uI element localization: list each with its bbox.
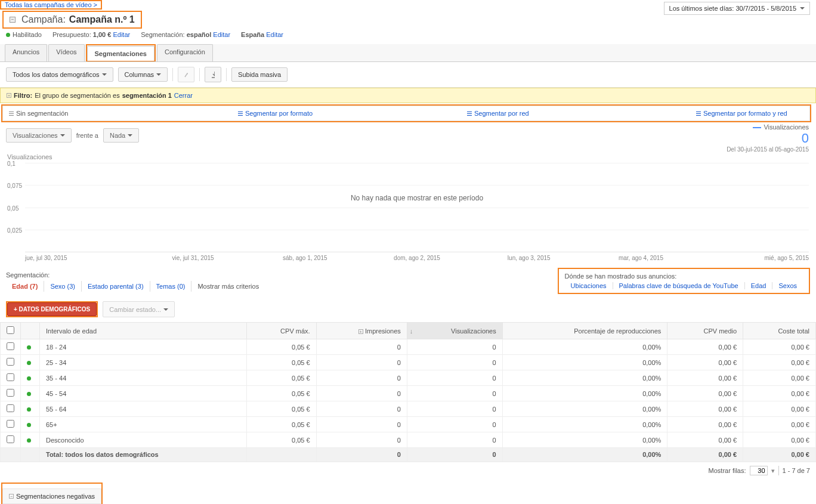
segment-format[interactable]: Segmentar por formato bbox=[238, 110, 467, 117]
row-views: 0 bbox=[407, 401, 502, 417]
breadcrumb[interactable]: Todas las campañas de vídeo > bbox=[1, 0, 101, 10]
date-range-picker[interactable]: Los últimos siete días: 30/7/2015 - 5/8/… bbox=[664, 2, 810, 15]
tab-videos[interactable]: Vídeos bbox=[48, 44, 84, 61]
row-cost: 0,00 € bbox=[743, 355, 816, 370]
row-checkbox[interactable] bbox=[7, 358, 14, 366]
row-checkbox[interactable] bbox=[7, 373, 14, 381]
status-dot-icon bbox=[27, 407, 31, 412]
row-pct: 0,00% bbox=[502, 432, 667, 448]
change-state-dropdown[interactable]: Cambiar estado... bbox=[103, 301, 175, 317]
negative-targeting-header[interactable]: − Segmentaciones negativas bbox=[2, 488, 101, 504]
download-button[interactable] bbox=[205, 67, 221, 82]
row-pct: 0,00% bbox=[502, 339, 667, 355]
compare-dropdown[interactable]: Nada bbox=[103, 128, 139, 143]
link-keywords[interactable]: Palabras clave de búsqueda de YouTube bbox=[613, 282, 745, 289]
row-checkbox[interactable] bbox=[7, 435, 14, 443]
segment-network[interactable]: Segmentar por red bbox=[467, 110, 696, 117]
col-total-cost[interactable]: Coste total bbox=[743, 323, 816, 339]
link-sexos[interactable]: Sexos bbox=[772, 282, 803, 289]
row-cpv-max: 0,05 € bbox=[246, 339, 316, 355]
row-cost: 0,00 € bbox=[743, 339, 816, 355]
row-impressions: 0 bbox=[316, 386, 407, 401]
criteria-tab-edad[interactable]: Edad (7) bbox=[6, 281, 44, 292]
criteria-tab-temas[interactable]: Temas (0) bbox=[150, 281, 192, 292]
segment-format-network[interactable]: Segmentar por formato y red bbox=[696, 110, 803, 117]
row-avg-cpv: 0,00 € bbox=[667, 370, 743, 386]
row-pct: 0,00% bbox=[502, 355, 667, 370]
row-cpv-max: 0,05 € bbox=[246, 401, 316, 417]
filter-bar: + Filtro: El grupo de segmentación es se… bbox=[0, 88, 816, 103]
status-row: Habilitado Presupuesto: 1,00 € Editar Se… bbox=[0, 29, 816, 41]
action-row: + DATOS DEMOGRÁFICOS Cambiar estado... bbox=[0, 296, 816, 322]
col-views[interactable]: ↓Visualizaciones bbox=[407, 323, 502, 339]
add-demographics-button[interactable]: + DATOS DEMOGRÁFICOS bbox=[7, 302, 97, 316]
edit-segmentation-link[interactable]: Editar bbox=[213, 31, 230, 38]
segment-none[interactable]: Sin segmentación bbox=[9, 110, 238, 117]
date-range-text: Los últimos siete días: 30/7/2015 - 5/8/… bbox=[669, 5, 796, 12]
bars-icon bbox=[467, 111, 472, 116]
chart-controls: Visualizaciones frente a Nada Visualizac… bbox=[0, 123, 816, 147]
row-cpv-max: 0,05 € bbox=[246, 386, 316, 401]
col-avg-cpv[interactable]: CPV medio bbox=[667, 323, 743, 339]
demo-filter-dropdown[interactable]: Todos los datos demográficos bbox=[6, 67, 113, 82]
budget: Presupuesto: 1,00 € Editar bbox=[52, 31, 130, 38]
row-label: 45 - 54 bbox=[40, 386, 247, 401]
country: España Editar bbox=[241, 31, 283, 38]
row-pct: 0,00% bbox=[502, 417, 667, 432]
col-impressions[interactable]: + Impresiones bbox=[316, 323, 407, 339]
criteria-tab-parental[interactable]: Estado parental (3) bbox=[82, 281, 150, 292]
page-size-input[interactable] bbox=[750, 466, 768, 475]
campaign-title: − Campaña: Campaña n.º 1 bbox=[4, 12, 141, 27]
row-checkbox[interactable] bbox=[7, 389, 14, 397]
status-dot-icon bbox=[27, 361, 31, 365]
data-table: Intervalo de edad CPV máx. + Impresiones… bbox=[0, 322, 816, 462]
row-checkbox[interactable] bbox=[7, 342, 14, 350]
link-edad[interactable]: Edad bbox=[745, 282, 773, 289]
title-name: Campaña n.º 1 bbox=[69, 14, 135, 25]
chevron-down-icon bbox=[800, 7, 805, 10]
row-cpv-max: 0,05 € bbox=[246, 370, 316, 386]
table-row: 55 - 64 0,05 € 0 0 0,00% 0,00 € 0,00 € bbox=[1, 401, 816, 417]
legend-value: 0 bbox=[727, 131, 809, 146]
segmentation: Segmentación: español Editar bbox=[141, 31, 230, 38]
metric-dropdown[interactable]: Visualizaciones bbox=[6, 128, 72, 143]
tab-anuncios[interactable]: Anuncios bbox=[5, 44, 47, 61]
criteria-tab-sexo[interactable]: Sexo (3) bbox=[44, 281, 82, 292]
chart-title: Visualizaciones bbox=[7, 153, 809, 160]
row-checkbox[interactable] bbox=[7, 404, 14, 412]
row-cpv-max: 0,05 € bbox=[246, 355, 316, 370]
row-label: 18 - 24 bbox=[40, 339, 247, 355]
row-avg-cpv: 0,00 € bbox=[667, 386, 743, 401]
status-dot-icon bbox=[27, 423, 31, 427]
expand-icon[interactable]: + bbox=[7, 93, 11, 98]
filter-label: Filtro: bbox=[14, 92, 32, 99]
tab-segmentaciones[interactable]: Segmentaciones bbox=[87, 46, 154, 61]
row-cpv-max: 0,05 € bbox=[246, 417, 316, 432]
row-checkbox[interactable] bbox=[7, 420, 14, 428]
title-prefix: Campaña: bbox=[21, 14, 66, 25]
row-pct: 0,00% bbox=[502, 370, 667, 386]
col-play-pct[interactable]: Porcentaje de reproducciones bbox=[502, 323, 667, 339]
col-cpv-max[interactable]: CPV máx. bbox=[246, 323, 316, 339]
col-age[interactable]: Intervalo de edad bbox=[40, 323, 247, 339]
criteria-tab-more[interactable]: Mostrar más criterios bbox=[191, 281, 265, 292]
tab-configuracion[interactable]: Configuración bbox=[157, 44, 213, 61]
row-views: 0 bbox=[407, 355, 502, 370]
edit-country-link[interactable]: Editar bbox=[266, 31, 283, 38]
bars-icon bbox=[238, 111, 243, 116]
edit-budget-link[interactable]: Editar bbox=[113, 31, 130, 38]
chart-icon-button[interactable] bbox=[178, 67, 194, 82]
row-cost: 0,00 € bbox=[743, 417, 816, 432]
link-ubicaciones[interactable]: Ubicaciones bbox=[565, 282, 613, 289]
row-cost: 0,00 € bbox=[743, 386, 816, 401]
bulk-upload-button[interactable]: Subida masiva bbox=[231, 67, 288, 82]
filter-close-link[interactable]: Cerrar bbox=[174, 92, 193, 99]
row-avg-cpv: 0,00 € bbox=[667, 339, 743, 355]
page-range: 1 - 7 de 7 bbox=[783, 467, 810, 474]
chart-x-axis: jue, jul 30, 2015vie, jul 31, 2015sáb, a… bbox=[25, 252, 809, 261]
row-pct: 0,00% bbox=[502, 386, 667, 401]
collapse-icon[interactable]: − bbox=[10, 17, 16, 23]
row-impressions: 0 bbox=[316, 417, 407, 432]
status-dot-icon bbox=[27, 376, 31, 381]
columns-dropdown[interactable]: Columnas bbox=[118, 67, 168, 82]
